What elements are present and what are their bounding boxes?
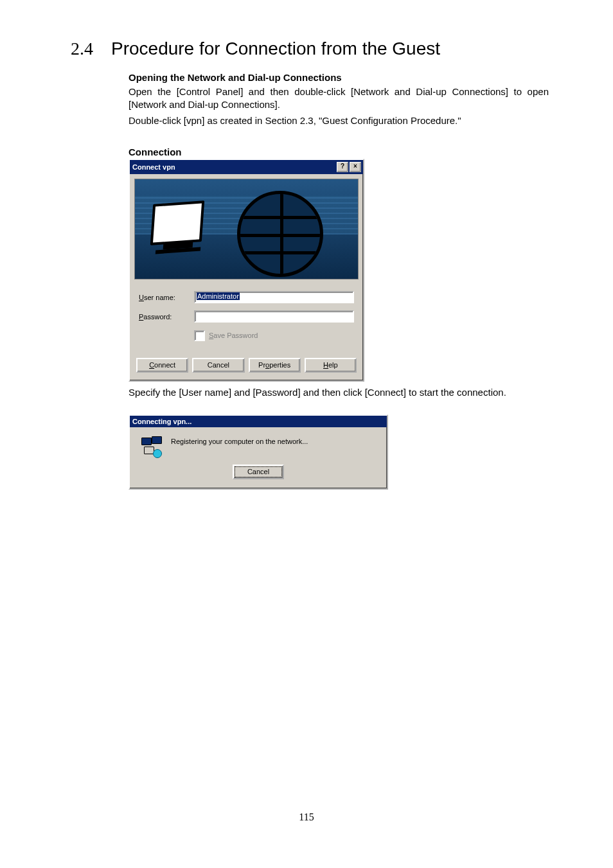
close-icon[interactable]: × <box>350 162 361 172</box>
progress-cancel-button[interactable]: Cancel <box>233 465 284 479</box>
help-button[interactable]: Help <box>305 358 357 373</box>
titlebar[interactable]: Connect vpn ? × <box>130 160 363 174</box>
intro-subheading: Opening the Network and Dial-up Connecti… <box>129 72 549 83</box>
properties-button[interactable]: Properties <box>249 358 301 373</box>
section-heading: 2.4 Procedure for Connection from the Gu… <box>71 39 549 59</box>
network-icon <box>141 436 162 458</box>
username-label: User name: <box>139 294 194 301</box>
connect-button[interactable]: Connect <box>136 358 188 373</box>
save-password-label: Save Password <box>209 332 258 339</box>
password-label: Password: <box>139 313 194 321</box>
username-value: Administrator <box>197 292 240 300</box>
progress-message: Registering your computer on the network… <box>171 436 308 445</box>
help-icon[interactable]: ? <box>337 162 348 172</box>
dialog-banner <box>134 179 359 279</box>
dialog1-caption: Connection <box>129 146 549 157</box>
password-input[interactable] <box>194 310 354 323</box>
connect-vpn-dialog: Connect vpn ? × <box>129 159 364 382</box>
titlebar-2-text: Connecting vpn... <box>132 418 385 425</box>
titlebar-2[interactable]: Connecting vpn... <box>130 416 387 427</box>
titlebar-text: Connect vpn <box>132 163 335 171</box>
section-number: 2.4 <box>71 39 93 59</box>
save-password-checkbox[interactable] <box>194 330 205 341</box>
section-title: Procedure for Connection from the Guest <box>111 39 440 59</box>
globe-icon <box>237 191 323 277</box>
after-dialog-text: Specify the [User name] and [Password] a… <box>129 387 549 398</box>
cancel-button[interactable]: Cancel <box>192 358 244 373</box>
intro-line-2: Double-click [vpn] as created in Section… <box>129 114 549 127</box>
monitor-icon <box>152 202 203 252</box>
intro-line-1: Open the [Control Panel] and then double… <box>129 85 549 112</box>
username-input[interactable]: Administrator <box>194 291 354 303</box>
page-number: 115 <box>0 811 613 823</box>
connecting-vpn-dialog: Connecting vpn... Registering your compu… <box>129 414 388 490</box>
